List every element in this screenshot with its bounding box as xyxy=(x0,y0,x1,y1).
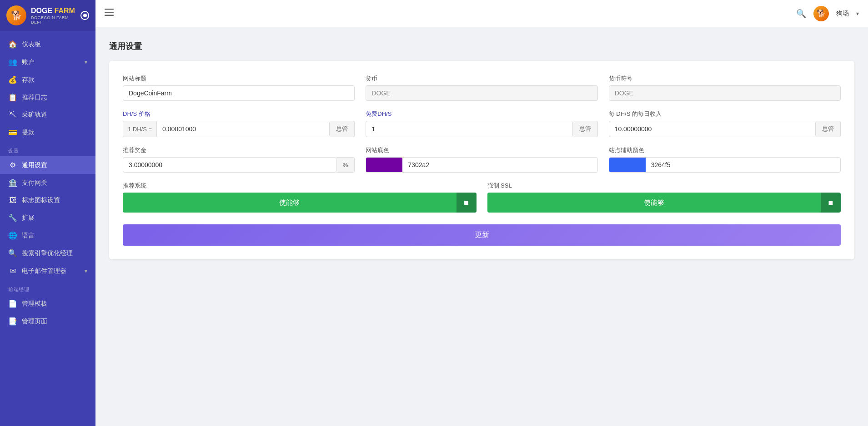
sidebar-item-mining-track[interactable]: ⛏ 采矿轨道 xyxy=(0,106,95,124)
dhs-price-input[interactable] xyxy=(156,121,330,137)
sidebar-header: 🐕 DOGE FARM DOGECOIN FARM DEFI xyxy=(0,0,95,31)
withdraw-icon: 💳 xyxy=(8,128,17,137)
sidebar-item-deposit[interactable]: 💰 存款 xyxy=(0,71,95,89)
form-group-dhs-price: DH/S 价格 1 DH/S = 总管 xyxy=(123,110,355,137)
form-group-currency-symbol: 货币符号 xyxy=(609,74,841,101)
settings-section-label: 设置 xyxy=(0,141,95,156)
username-label: 狗场 xyxy=(836,10,849,18)
accent-color-input-wrap xyxy=(609,157,841,173)
form-row-3: 推荐奖金 % 网站底色 站点辅助颜色 xyxy=(123,146,841,173)
record-icon[interactable] xyxy=(80,11,89,20)
form-group-site-title: 网站标题 xyxy=(123,74,355,101)
site-title-input[interactable] xyxy=(123,85,355,101)
sidebar-item-admin-template[interactable]: 📄 管理模板 xyxy=(0,295,95,312)
referral-system-toggle-icon[interactable]: ■ xyxy=(457,193,477,213)
accent-color-label: 站点辅助颜色 xyxy=(609,146,841,154)
ssl-toggle: 使能够 ■ xyxy=(487,193,841,213)
globe-icon: 🌐 xyxy=(8,231,17,240)
dhs-prefix: 1 DH/S = xyxy=(123,121,156,137)
topbar: 🔍 🐕 狗场 ▾ xyxy=(95,0,868,27)
referral-system-label: 推荐系统 xyxy=(123,182,477,190)
percent-suffix: % xyxy=(336,157,355,173)
site-color-text[interactable] xyxy=(402,158,597,172)
record-dot xyxy=(83,14,87,17)
sidebar-item-label: 管理模板 xyxy=(22,300,47,308)
svg-rect-0 xyxy=(105,9,114,10)
sidebar-logo: 🐕 xyxy=(6,5,26,25)
gear-icon: ⚙ xyxy=(8,161,17,169)
currency-input[interactable] xyxy=(366,85,597,101)
sidebar-item-general-settings[interactable]: ⚙ 通用设置 xyxy=(0,156,95,174)
sidebar-item-seo[interactable]: 🔍 搜索引擎优化经理 xyxy=(0,244,95,262)
sidebar-item-accounts[interactable]: 👥 账户 ▾ xyxy=(0,53,95,71)
sidebar-brand-sub: DOGECOIN FARM DEFI xyxy=(31,15,76,25)
currency-symbol-input[interactable] xyxy=(609,85,841,101)
currency-label: 货币 xyxy=(366,74,597,83)
collapse-button[interactable] xyxy=(105,9,114,18)
referral-bonus-label: 推荐奖金 xyxy=(123,146,355,154)
home-icon: 🏠 xyxy=(8,40,17,49)
sidebar-item-label: 电子邮件管理器 xyxy=(22,267,66,275)
form-row-1: 网站标题 货币 货币符号 xyxy=(123,74,841,101)
daily-income-input[interactable] xyxy=(609,121,816,137)
site-color-input-wrap xyxy=(366,157,597,173)
referral-system-btn-label[interactable]: 使能够 xyxy=(123,198,457,207)
site-color-swatch[interactable] xyxy=(366,158,402,172)
site-title-label: 网站标题 xyxy=(123,74,355,83)
sidebar-item-label: 提款 xyxy=(22,129,35,137)
accent-color-text[interactable] xyxy=(646,158,840,172)
sidebar-item-label: 搜索引擎优化经理 xyxy=(22,249,73,258)
payment-icon: 🏦 xyxy=(8,178,17,187)
chevron-down-icon: ▾ xyxy=(85,268,87,274)
email-icon: ✉ xyxy=(8,267,17,275)
update-button[interactable]: 更新 xyxy=(123,224,841,246)
form-group-daily-income: 每 DH/S 的每日收入 总管 xyxy=(609,110,841,137)
accounts-icon: 👥 xyxy=(8,58,17,66)
sidebar-item-logo-icon[interactable]: 🖼 标志图标设置 xyxy=(0,192,95,209)
search-button[interactable]: 🔍 xyxy=(796,9,806,19)
sidebar-item-dashboard[interactable]: 🏠 仪表板 xyxy=(0,35,95,53)
referral-bonus-input-wrap: % xyxy=(123,157,355,173)
settings-card: 网站标题 货币 货币符号 xyxy=(109,61,854,259)
free-dhs-input[interactable] xyxy=(366,121,572,137)
main-content: 通用设置 网站标题 货币 货币符号 xyxy=(95,27,868,426)
referral-system-group: 推荐系统 使能够 ■ xyxy=(123,182,477,213)
search-icon: 🔍 xyxy=(8,249,17,258)
site-title-input-wrap xyxy=(123,85,355,101)
daily-income-admin-button[interactable]: 总管 xyxy=(816,121,841,137)
free-dhs-input-wrap: 总管 xyxy=(366,121,597,137)
currency-symbol-input-wrap xyxy=(609,85,841,101)
user-dropdown-arrow[interactable]: ▾ xyxy=(856,10,859,17)
avatar: 🐕 xyxy=(813,6,829,21)
page-title: 通用设置 xyxy=(109,41,854,52)
svg-rect-1 xyxy=(105,12,114,13)
currency-symbol-label: 货币符号 xyxy=(609,74,841,83)
sidebar-item-payment-gateway[interactable]: 🏦 支付网关 xyxy=(0,174,95,192)
form-row-2: DH/S 价格 1 DH/S = 总管 免费DH/S 总管 每 DH/S 的 xyxy=(123,110,841,137)
ssl-toggle-icon[interactable]: ■ xyxy=(821,193,841,213)
main-area: 🔍 🐕 狗场 ▾ 通用设置 网站标题 货币 xyxy=(95,0,868,426)
pages-icon: 📑 xyxy=(8,317,17,326)
sidebar-item-extensions[interactable]: 🔧 扩展 xyxy=(0,209,95,227)
dhs-price-input-wrap: 1 DH/S = 总管 xyxy=(123,121,355,137)
sidebar-item-label: 标志图标设置 xyxy=(22,196,60,204)
brand-farm: FARM xyxy=(52,7,75,15)
free-dhs-admin-button[interactable]: 总管 xyxy=(573,121,598,137)
sidebar-item-withdraw[interactable]: 💳 提款 xyxy=(0,124,95,141)
referral-bonus-input[interactable] xyxy=(123,157,336,173)
sidebar-item-label: 通用设置 xyxy=(22,161,47,169)
chevron-down-icon: ▾ xyxy=(85,59,87,65)
accent-color-swatch[interactable] xyxy=(609,158,646,172)
image-icon: 🖼 xyxy=(8,196,17,204)
sidebar-item-language[interactable]: 🌐 语言 xyxy=(0,227,95,244)
sidebar-item-referral-log[interactable]: 📋 推荐日志 xyxy=(0,89,95,106)
sidebar-item-admin-pages[interactable]: 📑 管理页面 xyxy=(0,312,95,330)
free-dhs-label: 免费DH/S xyxy=(366,110,597,118)
form-group-currency: 货币 xyxy=(366,74,597,101)
form-group-free-dhs: 免费DH/S 总管 xyxy=(366,110,597,137)
sidebar-item-label: 管理页面 xyxy=(22,317,47,326)
wrench-icon: 🔧 xyxy=(8,213,17,222)
sidebar-item-email-manager[interactable]: ✉ 电子邮件管理器 ▾ xyxy=(0,262,95,280)
ssl-btn-label[interactable]: 使能够 xyxy=(487,198,821,207)
dhs-admin-button[interactable]: 总管 xyxy=(330,121,355,137)
